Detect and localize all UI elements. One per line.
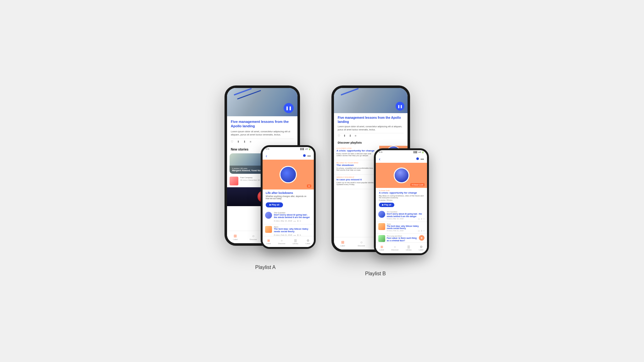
page-container: ❚❚ Five management lessons from the Apol… [225, 85, 419, 277]
battery-icon-small-b: 🔋 [422, 151, 424, 153]
meta-sa-1: 6 mins | Mar 15, 2018 ••• ⬇ ≡ [274, 220, 311, 222]
discover-hero-b: ❚❚ [334, 88, 408, 113]
playlist-name-1-b: A crisis: opportunity for change [336, 149, 377, 152]
nav-discover-b[interactable]: ○ Discover [358, 240, 365, 247]
nav-disc-label-sa: Discover [278, 243, 285, 244]
signal-icon-small-a: ▌▌▌ [301, 148, 305, 150]
nav-lib-icon-sa: ||| [294, 239, 297, 242]
nav-set-sb[interactable]: ⚙ Label [419, 245, 424, 251]
nav-disc-sa[interactable]: ○ Discover [278, 239, 285, 244]
article-body-a: Lorem ipsum dolor sit amet, consectetur … [231, 130, 294, 137]
nav-discover-a[interactable]: ○ Discover [250, 234, 257, 240]
playlist-desc-1-b: Every month we take a relevant topic and… [336, 153, 377, 156]
download-icon-a[interactable]: ⬇ [243, 140, 246, 143]
more-btn-small-b[interactable]: ••• [420, 157, 424, 161]
spb-news-2[interactable]: Aeon The tech bias: why Silicon Valley n… [376, 222, 427, 234]
pause-btn-a[interactable]: ❚❚ [284, 103, 294, 113]
nav-lib-sb[interactable]: ||| Library [406, 245, 411, 251]
more-btn-small-a[interactable]: ••• [307, 154, 311, 158]
playlist-hero-small-a: H [263, 160, 314, 189]
spb-stats: 6 stories | 50mins [379, 199, 424, 201]
nav-label-b[interactable]: ⊞ Label [340, 240, 345, 247]
discover-article-b: Five management lessons from the Apollo … [334, 113, 408, 141]
menu-icon-b[interactable]: ≡ [355, 134, 356, 137]
spb-play-btn[interactable]: ▶ Play all [379, 203, 394, 207]
playlist-hero-tag-a: H [307, 184, 311, 188]
article-section-a: Five management lessons from the Apollo … [227, 116, 297, 146]
heart-icon-b[interactable]: ♡ [338, 134, 340, 137]
nav-disc-sb[interactable]: ○ Discover [391, 245, 398, 251]
spb-news-1[interactable]: The Guardian Don't worry about AI going … [376, 210, 427, 222]
dot-icon-small-a [303, 154, 306, 157]
news-content-sa-1: The Guardian Don't worry about AI going … [274, 212, 311, 222]
share-icon-b[interactable]: ⬆ [343, 134, 346, 137]
phone-b-small: 9:41 ▌▌▌ wifi 🔋 ‹ ••• [374, 148, 429, 255]
nav-lib-sa[interactable]: ||| Library [292, 239, 298, 244]
nav-home-label-sb: Label [379, 249, 384, 251]
discover-body-b: Lorem ipsum dolor sit amet, consectetur … [338, 125, 404, 131]
nav-disc-icon-b: ○ [360, 240, 363, 244]
spb-info: A closer look A crisis: opportunity for … [376, 188, 427, 210]
signal-icon-small-b: ▌▌▌ [414, 151, 418, 153]
wifi-icon-small-a: wifi [305, 148, 308, 150]
back-btn-small-b[interactable]: ‹ [379, 156, 380, 162]
playlist-a-phones: ❚❚ Five management lessons from the Apol… [225, 85, 306, 255]
spb-header: ‹ ••• [376, 154, 427, 163]
spb-hero: A Closer Look [376, 163, 427, 188]
playlist-b-section: ❚❚ Five management lessons from the Apol… [331, 85, 419, 277]
nav-home-icon-b: ⊞ [341, 240, 344, 244]
spb-circle-img [395, 168, 408, 182]
news-item-sa-1[interactable]: The Guardian Don't worry about AI going … [263, 210, 314, 224]
nav-home-icon-sa: ⊞ [267, 239, 270, 242]
heart-icon-a[interactable]: ♡ [231, 140, 233, 143]
nav-label-a[interactable]: ⊞ Label [233, 234, 238, 240]
wifi-icon-small-b: wifi [418, 151, 421, 153]
nav-set-label-sa: Label [306, 243, 310, 244]
news-content-sa-2: Aeon The tech bias: why Silicon Valley n… [274, 226, 311, 237]
title-sa-1: Don't worry about AI going bad - the min… [274, 214, 311, 219]
status-right-small-b: ▌▌▌ wifi 🔋 [414, 151, 424, 153]
nav-set-icon-sb: ⚙ [420, 245, 423, 249]
playlist-b-label: Playlist B [365, 271, 386, 277]
article-actions-a: ♡ ⬆ ⬇ ≡ [231, 139, 294, 145]
discover-actions-b: ♡ ⬆ ⬇ ≡ [338, 133, 404, 138]
playlist-card-2-b[interactable]: Be kind to your mind The slowdown In a b… [334, 160, 379, 174]
back-btn-small-a[interactable]: ‹ [266, 153, 267, 158]
spb-hero-tag: A Closer Look [410, 183, 425, 186]
spb-thumb-1 [378, 211, 385, 218]
nav-set-sa[interactable]: ⚙ Label [306, 239, 310, 244]
spb-desc: Big ideas on curing loneliness, cities o… [379, 195, 424, 199]
spb-bottom-1: 6 mins | Mar 15, 2018 ••• ⬇ ≡ [387, 218, 425, 220]
spb-title-3: Face value: is there such thing as a cri… [387, 237, 417, 242]
nav-disc-icon-sb: ○ [394, 245, 396, 249]
battery-icon-small-a: 🔋 [308, 148, 311, 150]
title-sa-2: The tech bias: why Silicon Valley needs … [274, 228, 311, 233]
nav-lib-label-sa: Library [292, 243, 298, 244]
status-bar-small-a: 9:41 ▌▌▌ wifi 🔋 [263, 147, 314, 151]
spb-title-1: Don't worry about AI going bad - the min… [387, 213, 425, 218]
download-icon-b[interactable]: ⬇ [349, 134, 352, 137]
menu-icon-a[interactable]: ≡ [250, 140, 251, 143]
dot-icon-small-b [416, 157, 419, 160]
nav-home-label-a: Label [233, 239, 238, 240]
playlist-hero-circle-a [280, 166, 297, 183]
playlist-a-label: Playlist A [255, 265, 276, 270]
pause-btn-b[interactable]: ❚❚ [396, 102, 404, 111]
nav-label-sa[interactable]: ⊞ Label [266, 239, 271, 244]
playlist-card-1-b[interactable]: A closer look A crisis: opportunity for … [334, 146, 379, 160]
nav-home-label-sa: Label [266, 243, 271, 244]
nav-label-sb[interactable]: ⊞ Label [379, 245, 384, 251]
playlist-card-3-b[interactable]: Weekly roundup In case you missed it Cat… [334, 175, 379, 189]
header-icons-small-b: ••• [416, 157, 424, 161]
article-title-a: Five management lessons from the Apollo … [231, 119, 294, 129]
spb-title-2: The tech bias: why Silicon Valley needs … [387, 225, 425, 230]
news-thumb-sa-1 [265, 212, 272, 219]
playlist-desc-2-b: In a busy, unsettled and uncomfortable t… [336, 167, 377, 171]
time-sa-1: 6 mins | Mar 15, 2018 [274, 220, 292, 222]
discover-playlists-title-b: Discover playlists [334, 141, 408, 146]
phone-b-small-content: 9:41 ▌▌▌ wifi 🔋 ‹ ••• [376, 150, 427, 253]
playing-icon-b: ▶ [419, 235, 425, 241]
share-icon-a[interactable]: ⬆ [237, 140, 240, 143]
playlist-name-2-b: The slowdown [336, 164, 377, 167]
play-all-btn-small-a[interactable]: ▶ Play all [266, 202, 283, 207]
